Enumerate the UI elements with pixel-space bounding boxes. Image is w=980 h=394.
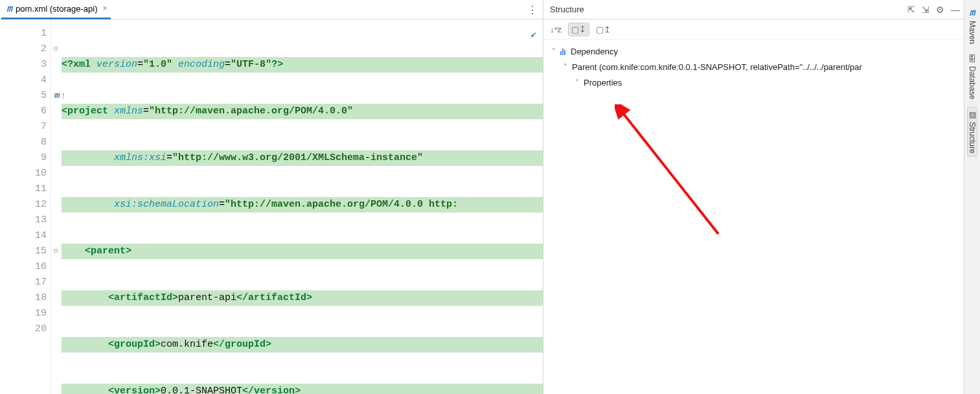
rail-maven[interactable]: mMaven: [968, 4, 977, 47]
autoscroll-to-source-icon[interactable]: ▢↧: [568, 23, 589, 36]
editor-tab-pom[interactable]: m pom.xml (storage-api) ×: [1, 0, 111, 19]
chevron-down-icon: ˅: [550, 47, 558, 56]
tree-label: Dependency: [571, 47, 618, 56]
rail-structure[interactable]: ▤Structure: [967, 107, 977, 157]
autoscroll-from-source-icon[interactable]: ▢↥: [596, 25, 611, 34]
tree-node-properties[interactable]: ˅ Properties: [550, 75, 964, 90]
line-gutter: 1234567891011121314151617181920 m↑: [0, 19, 51, 394]
right-tool-rail: mMaven 🗄Database ▤Structure: [964, 0, 980, 394]
bars-icon: [560, 47, 568, 55]
svg-line-0: [621, 111, 718, 234]
gear-icon[interactable]: ⚙: [936, 5, 944, 15]
structure-icon: ▤: [969, 110, 976, 119]
structure-toolbar: ↓ᵃz ▢↧ ▢↥: [543, 19, 964, 40]
structure-title: Structure: [550, 5, 907, 14]
editor-tabs: m pom.xml (storage-api) × ⋮: [0, 0, 543, 19]
editor-body[interactable]: ✔ 1234567891011121314151617181920 m↑ ⊟⊟⊟…: [0, 19, 543, 394]
tree-node-parent[interactable]: ˅ Parent (com.knife:com.knife:0.0.1-SNAP…: [550, 59, 964, 75]
tree-label: Parent (com.knife:com.knife:0.0.1-SNAPSH…: [572, 62, 862, 72]
fold-column[interactable]: ⊟⊟⊟: [51, 19, 60, 394]
annotation-arrow: [615, 104, 731, 247]
maven-icon: m: [6, 3, 12, 14]
database-icon: 🗄: [968, 54, 976, 64]
tree-node-dependency[interactable]: ˅ Dependency: [550, 43, 964, 59]
expand-all-icon[interactable]: ⇱: [907, 5, 915, 15]
collapse-all-icon[interactable]: ⇲: [922, 5, 929, 15]
code-area[interactable]: <?xml version="1.0" encoding="UTF-8"?> <…: [60, 19, 543, 394]
structure-header: Structure ⇱ ⇲ ⚙ —: [543, 0, 964, 19]
tree-label: Properties: [584, 78, 622, 87]
structure-pane: Structure ⇱ ⇲ ⚙ — ↓ᵃz ▢↧ ▢↥ ˅ Dependency…: [543, 0, 964, 394]
tab-more-icon[interactable]: ⋮: [527, 4, 538, 16]
sort-alpha-icon[interactable]: ↓ᵃz: [550, 25, 562, 34]
tab-title: pom.xml (storage-api): [16, 4, 97, 14]
chevron-down-icon: ˅: [562, 63, 569, 71]
structure-tree[interactable]: ˅ Dependency ˅ Parent (com.knife:com.kni…: [543, 40, 964, 90]
editor-pane: m pom.xml (storage-api) × ⋮ ✔ 1234567891…: [0, 0, 543, 394]
close-icon[interactable]: ×: [102, 4, 107, 13]
minimize-icon[interactable]: —: [951, 5, 960, 15]
rail-database[interactable]: 🗄Database: [968, 52, 977, 102]
chevron-down-icon: ˅: [573, 78, 581, 87]
